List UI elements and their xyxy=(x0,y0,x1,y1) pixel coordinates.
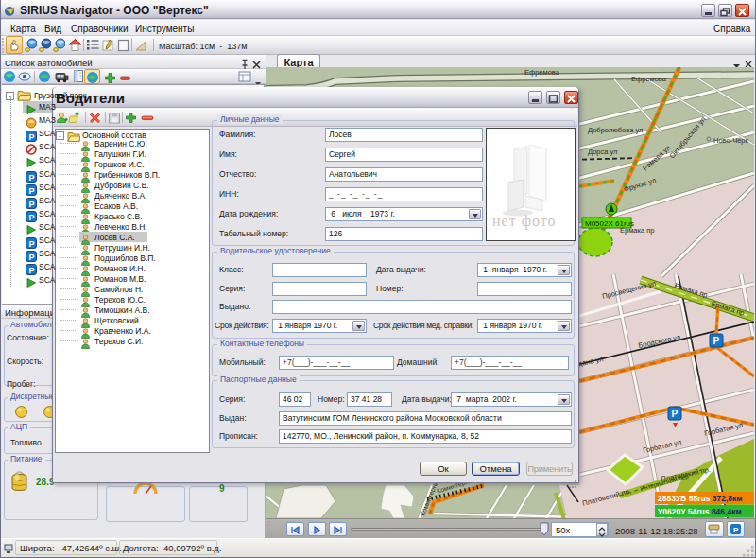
svg-text:P: P xyxy=(29,253,35,262)
svg-text:P: P xyxy=(29,212,35,221)
svg-text:Дорса ул: Дорса ул xyxy=(588,148,617,156)
svg-text:P: P xyxy=(713,336,720,346)
svg-text:У0620У 54rus 846,4км: У0620У 54rus 846,4км xyxy=(658,507,742,516)
svg-text:Ново-Черк: Ново-Черк xyxy=(713,136,748,145)
svg-text:Ефремова: Ефремова xyxy=(631,75,667,83)
svg-text:P: P xyxy=(733,526,739,534)
svg-text:P: P xyxy=(29,185,35,195)
svg-text:P: P xyxy=(672,409,679,419)
svg-text:2883УВ 55rus 372,8км: 2883УВ 55rus 372,8км xyxy=(658,494,743,503)
svg-text:P: P xyxy=(29,132,35,142)
svg-text:P: P xyxy=(29,239,35,249)
svg-text:нет фото: нет фото xyxy=(492,213,557,230)
svg-text:P: P xyxy=(29,266,35,275)
svg-text:Добролюбова ул: Добролюбова ул xyxy=(588,126,643,134)
svg-text:Ефремова: Ефремова xyxy=(524,68,560,77)
svg-text:P: P xyxy=(29,172,35,182)
svg-text:Ермака пр: Ермака пр xyxy=(620,226,654,235)
svg-text:P: P xyxy=(29,199,35,208)
